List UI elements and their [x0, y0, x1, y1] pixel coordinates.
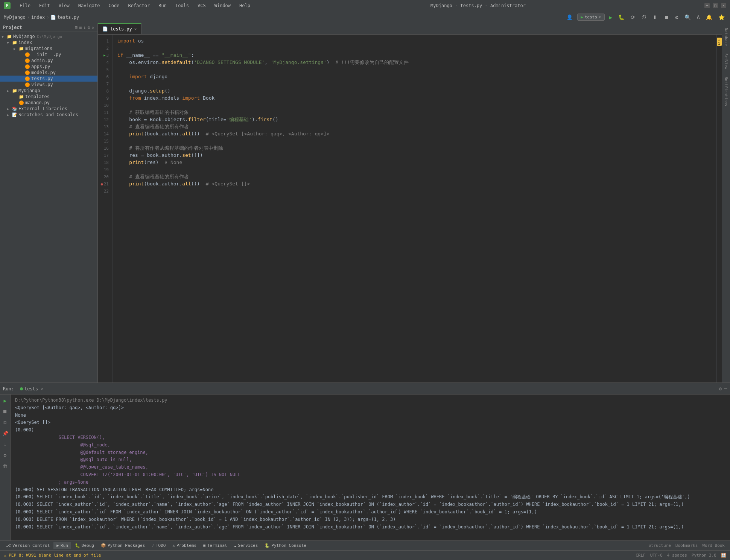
settings-run-button[interactable]: ⚙ — [3, 451, 8, 459]
nav-right: 👤 ▶ tests ▾ ▶ 🐛 ⟳ ⏱ ⏸ ⏹ ⚙ 🔍 A 🔔 ⭐ — [565, 14, 726, 21]
status-indent[interactable]: 4 spaces — [667, 553, 687, 558]
expand-arrow: ▼ — [7, 41, 11, 45]
code-line-4: os.environ.setdefault('DJANGO_SETTINGS_M… — [117, 59, 712, 66]
tree-item-mydjango-root[interactable]: ▼ 📁 MyDjango D:\MyDjango — [0, 33, 97, 39]
tree-item-init[interactable]: ▶ 🟠 __init__.py — [0, 52, 97, 58]
tab-python-packages[interactable]: 📦 Python Packages — [98, 542, 148, 549]
tab-debug[interactable]: 🐛 Debug — [72, 542, 97, 549]
sciview-panel-label[interactable]: SciView — [723, 52, 729, 71]
menu-file[interactable]: File — [18, 2, 32, 9]
status-python-version[interactable]: Python 3.8 — [692, 553, 716, 558]
menu-run[interactable]: Run — [157, 2, 168, 9]
console-line: (0.000) DELETE FROM `index_bookauthor` W… — [15, 516, 725, 524]
restore-layout-button[interactable]: ⊡ — [3, 419, 8, 426]
folder-icon: 📁 — [19, 94, 24, 99]
close-button[interactable]: ✕ — [721, 3, 726, 8]
tree-item-index[interactable]: ▼ 📁 index — [0, 39, 97, 46]
tree-item-tests[interactable]: ▶ 🟠 tests.py — [0, 76, 97, 82]
status-encoding[interactable]: UTF-8 — [650, 553, 663, 558]
menu-help[interactable]: Help — [238, 2, 252, 9]
tree-item-mydjango[interactable]: ▶ 📁 MyDjango — [0, 88, 97, 94]
run-button[interactable]: ▶ — [608, 14, 614, 21]
tab-close-button[interactable]: ✕ — [134, 27, 137, 32]
menu-code[interactable]: Code — [107, 2, 121, 9]
database-panel-label[interactable]: Database — [723, 26, 729, 47]
tree-label: manage.py — [25, 100, 50, 105]
tree-item-views[interactable]: ▶ 🟠 views.py — [0, 82, 97, 88]
structure-tab-label[interactable]: Structure — [646, 543, 673, 548]
tab-todo[interactable]: ✓ TODO — [149, 542, 169, 549]
clear-console-button[interactable]: 🗑 — [2, 462, 9, 470]
menu-view[interactable]: View — [57, 2, 71, 9]
breadcrumb-project[interactable]: MyDjango — [4, 15, 26, 20]
line-number-17: 17 — [99, 152, 111, 159]
code-content[interactable]: import os if __name__ == "__main__": os.… — [113, 35, 716, 382]
tab-run[interactable]: ▶ Run — [53, 542, 71, 549]
code-editor[interactable]: 12▶34567891011121314151617181920●2122 im… — [98, 35, 722, 382]
path-label: D:\MyDjango — [37, 35, 62, 39]
tree-item-manage[interactable]: ▶ 🟠 manage.py — [0, 100, 97, 106]
profile-icon[interactable]: 👤 — [565, 14, 574, 21]
run-tab-close[interactable]: ✕ — [41, 386, 44, 391]
status-crlf[interactable]: CRLF — [636, 553, 646, 558]
console-line: (0.000) SET SESSION TRANSACTION ISOLATIO… — [15, 486, 725, 494]
panel-tool-sort[interactable]: ↕ — [83, 25, 86, 30]
menu-tools[interactable]: Tools — [174, 2, 190, 9]
tree-item-external-libs[interactable]: ▶ 📚 External Libraries — [0, 106, 97, 112]
tab-services[interactable]: ☁ Services — [231, 542, 261, 549]
tab-terminal[interactable]: ⊞ Terminal — [200, 542, 230, 549]
status-right: CRLF UTF-8 4 spaces Python 3.8 🪟 — [636, 553, 726, 558]
run-tab-tests[interactable]: tests ✕ — [17, 385, 47, 392]
tab-problems[interactable]: ⚠ Problems — [169, 542, 199, 549]
minimize-button[interactable]: ─ — [704, 3, 710, 8]
editor-tab-tests[interactable]: 📄 tests.py ✕ — [98, 23, 141, 34]
stop-button[interactable]: ⏹ — [662, 14, 671, 21]
line-number-10: 10 — [99, 102, 111, 109]
tree-label: apps.py — [31, 64, 50, 69]
menu-edit[interactable]: Edit — [38, 2, 52, 9]
settings-icon[interactable]: ⚙ — [674, 14, 680, 21]
star-icon[interactable]: ⭐ — [717, 14, 726, 21]
menu-navigate[interactable]: Navigate — [77, 2, 102, 9]
tab-python-console[interactable]: 🐍 Python Console — [262, 542, 309, 549]
tree-label: templates — [25, 94, 50, 99]
wordbook-tab-label[interactable]: Word Book — [700, 543, 727, 548]
run-settings-icon[interactable]: ⚙ — [719, 386, 722, 392]
tree-item-admin[interactable]: ▶ 🟠 admin.py — [0, 58, 97, 64]
panel-tool-collapse[interactable]: ≡ — [79, 25, 82, 30]
maximize-button[interactable]: □ — [713, 3, 718, 8]
expand-arrow: ▶ — [7, 89, 11, 93]
rerun-button[interactable]: ▶ — [3, 397, 8, 405]
coverage-button[interactable]: ⟳ — [629, 14, 637, 21]
run-config-selector[interactable]: ▶ tests ▾ — [577, 14, 604, 21]
tree-item-models[interactable]: ▶ 🟠 models.py — [0, 70, 97, 76]
tree-item-apps[interactable]: ▶ 🟠 apps.py — [0, 64, 97, 70]
search-icon[interactable]: 🔍 — [683, 14, 692, 21]
bookmarks-tab-label[interactable]: Bookmarks — [673, 543, 700, 548]
line-number-7: 7 — [99, 80, 111, 88]
menu-vcs[interactable]: VCS — [196, 2, 207, 9]
menu-refactor[interactable]: Refactor — [126, 2, 151, 9]
breadcrumb-index[interactable]: index — [31, 15, 45, 20]
tree-item-scratches[interactable]: ▶ 📝 Scratches and Consoles — [0, 112, 97, 118]
menu-window[interactable]: Window — [213, 2, 232, 9]
debug-button[interactable]: 🐛 — [617, 14, 626, 21]
breadcrumb-sep1: › — [27, 15, 30, 20]
main-content: Project ⊞ ≡ ↕ ⚙ ✕ ▼ 📁 MyDjango D:\MyDjan… — [0, 23, 730, 382]
pause-button[interactable]: ⏸ — [651, 14, 659, 21]
pin-button[interactable]: 📌 — [1, 429, 9, 437]
tree-item-templates[interactable]: ▶ 📁 templates — [0, 94, 97, 100]
panel-tool-close[interactable]: ✕ — [92, 25, 94, 30]
stop-run-button[interactable]: ⏹ — [2, 408, 9, 416]
line-number-16: 16 — [99, 145, 111, 152]
notifications-panel-label[interactable]: Notifications — [723, 75, 729, 108]
profile-run-button[interactable]: ⏱ — [640, 14, 648, 21]
panel-tool-settings[interactable]: ⚙ — [88, 25, 90, 30]
scroll-to-end-button[interactable]: ⤓ — [2, 440, 8, 448]
tab-version-control[interactable]: ⎇ Version Control — [3, 542, 53, 549]
tree-item-migrations[interactable]: ▶ 📁 migrations — [0, 46, 97, 52]
translate-icon[interactable]: A — [695, 14, 701, 21]
notification-icon[interactable]: 🔔 — [704, 14, 714, 21]
run-minimize-icon[interactable]: ─ — [724, 386, 727, 392]
panel-tool-layout[interactable]: ⊞ — [75, 25, 78, 30]
